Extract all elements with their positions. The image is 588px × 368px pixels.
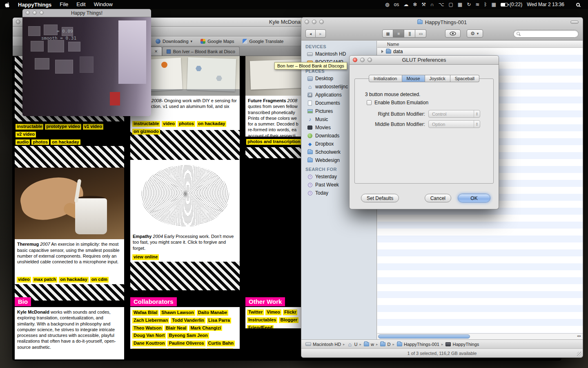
list-view-icon[interactable]: ≡ bbox=[393, 29, 404, 38]
column-header[interactable]: Name bbox=[377, 41, 583, 48]
tag-link[interactable]: v1 video bbox=[83, 124, 103, 130]
collaborator-link[interactable]: Thomas Yu bbox=[207, 348, 233, 349]
middle-modifier-select[interactable]: Option ▲▼ bbox=[428, 120, 480, 128]
collaborator-link[interactable]: Zach Lieberman bbox=[132, 318, 169, 323]
display-icon[interactable]: ▢ bbox=[448, 0, 453, 9]
glut-titlebar[interactable]: GLUT Preferences bbox=[350, 56, 499, 65]
disclosure-triangle-icon[interactable] bbox=[381, 50, 383, 53]
forward-button[interactable]: ▸ bbox=[316, 29, 326, 38]
clock-menu[interactable]: Wed Mar 2 13:36 bbox=[527, 2, 564, 7]
tag-link[interactable]: prototype video bbox=[45, 124, 81, 130]
collaborator-link[interactable]: Curtis Bahn bbox=[207, 341, 235, 346]
finder-header[interactable]: HappyThings-001 ◂ ▸ ▦≡|||▭ ⚙▼ bbox=[301, 18, 583, 40]
os-icon[interactable]: os bbox=[394, 0, 399, 9]
enable-emulation-checkbox[interactable] bbox=[367, 100, 372, 105]
path-segment-happythings-001[interactable]: HappyThings-001 bbox=[396, 342, 439, 347]
calendar-icon[interactable]: ▦ bbox=[491, 0, 496, 9]
glut-tab-spaceball[interactable]: Spaceball bbox=[450, 75, 479, 82]
toolbar-toggle-button[interactable] bbox=[570, 20, 579, 24]
path-segment-w[interactable]: w bbox=[363, 342, 374, 347]
tag-link[interactable]: view online bbox=[132, 254, 159, 260]
menu-window[interactable]: Window bbox=[90, 0, 117, 9]
icon-view-icon[interactable]: ▦ bbox=[382, 29, 393, 38]
tag-link[interactable]: on cdm bbox=[90, 277, 109, 283]
cancel-button[interactable]: Cancel bbox=[425, 194, 451, 202]
path-segment-d[interactable]: D bbox=[380, 342, 391, 347]
tab-close-icon[interactable]: × bbox=[154, 49, 158, 54]
video-titlebar[interactable]: Happy Things! bbox=[22, 9, 151, 17]
tools-icon[interactable]: ⚒ bbox=[421, 0, 426, 9]
tag-link[interactable]: max patch bbox=[33, 277, 57, 283]
file-row-data[interactable]: data bbox=[377, 48, 583, 55]
spotlight-icon[interactable] bbox=[576, 3, 580, 7]
collaborator-link[interactable]: Todd Vanderlin bbox=[171, 318, 205, 323]
battery-menu[interactable]: (0:22) bbox=[501, 2, 522, 7]
external-link[interactable]: Vimeo bbox=[265, 310, 281, 315]
collaborator-link[interactable]: Daito Manabe bbox=[197, 310, 229, 316]
minimize-button[interactable] bbox=[33, 11, 37, 15]
bookmark-google-maps[interactable]: Google Maps bbox=[200, 39, 234, 44]
tag-link[interactable]: audio bbox=[16, 139, 30, 145]
modifier-icon[interactable]: ⌥ bbox=[439, 0, 444, 9]
close-button[interactable] bbox=[353, 58, 357, 62]
tag-link[interactable]: photos bbox=[178, 121, 195, 127]
tag-link[interactable]: on hackaday bbox=[51, 139, 80, 145]
collaborator-link[interactable]: Doug Van Nort bbox=[132, 333, 166, 339]
tag-link[interactable]: photos and transcription bbox=[246, 139, 302, 145]
theremug-image[interactable] bbox=[15, 168, 124, 239]
tag-link[interactable]: v2 video bbox=[16, 132, 36, 137]
minimize-button[interactable] bbox=[360, 58, 365, 62]
path-segment-happythings[interactable]: HappyThings bbox=[445, 342, 479, 347]
collaborator-link[interactable]: Pauline Oliveros bbox=[167, 341, 205, 346]
collaborator-link[interactable]: Mark Changizi bbox=[189, 325, 222, 331]
resize-grip[interactable] bbox=[577, 352, 582, 357]
ok-button[interactable]: OK bbox=[458, 194, 490, 202]
collaborator-link[interactable]: Wafaa Bilal bbox=[132, 310, 158, 316]
path-segment-u[interactable]: U bbox=[347, 342, 358, 347]
menu-edit[interactable]: Edit bbox=[72, 0, 89, 9]
bluetooth-icon[interactable]: ᛒ bbox=[484, 0, 487, 9]
app-menu[interactable]: HappyThings bbox=[14, 2, 56, 8]
tag-link[interactable]: on hackaday bbox=[59, 277, 89, 283]
tag-link[interactable]: video bbox=[17, 277, 31, 283]
external-link[interactable]: Blogger bbox=[279, 317, 298, 323]
tag-link[interactable]: on hackaday bbox=[197, 121, 227, 127]
scrollbar-thumb[interactable] bbox=[378, 334, 470, 339]
speech-icon[interactable]: ◍ bbox=[385, 0, 389, 9]
grid-icon[interactable]: ▦ bbox=[458, 0, 462, 9]
external-link[interactable]: Flickr bbox=[283, 310, 297, 315]
right-modifier-select[interactable]: Control ▲▼ bbox=[428, 110, 480, 118]
collaborator-link[interactable]: Nick Cassimatis bbox=[168, 348, 205, 349]
collaborator-link[interactable]: Theo Watson bbox=[132, 325, 163, 331]
coverflow-view-icon[interactable]: ▭ bbox=[415, 29, 426, 38]
path-segment-macintosh-hd[interactable]: Macintosh HD bbox=[305, 342, 341, 347]
zoom-button[interactable] bbox=[319, 20, 324, 24]
headphones-icon[interactable]: ∩ bbox=[430, 0, 434, 9]
sync-icon[interactable]: ↻ bbox=[467, 0, 471, 9]
browser-tab-1[interactable]: Bon Iver – Blood Bank at Disco bbox=[162, 47, 240, 56]
bookmark-downloading[interactable]: Downloading▾ bbox=[156, 39, 192, 44]
back-button[interactable]: ◂ bbox=[305, 29, 316, 38]
zoom-button[interactable] bbox=[40, 11, 44, 15]
collaborator-link[interactable]: Lisa Parra bbox=[207, 318, 231, 323]
tag-link[interactable]: instructable bbox=[16, 124, 43, 130]
external-link[interactable]: Instructables bbox=[247, 317, 277, 323]
empathy-image[interactable] bbox=[130, 160, 240, 231]
collaborator-link[interactable]: Dane Kouttron bbox=[132, 341, 166, 346]
collaborator-link[interactable]: Shawn Lawson bbox=[160, 310, 195, 316]
horizontal-scrollbar[interactable]: ◂▸ bbox=[377, 333, 583, 339]
close-button[interactable] bbox=[16, 20, 20, 24]
menu-file[interactable]: File bbox=[56, 0, 72, 9]
tag-link[interactable]: on gizmodo bbox=[132, 129, 160, 135]
glut-tab-initialization[interactable]: Initialization bbox=[369, 75, 402, 82]
glut-tab-joystick[interactable]: Joystick bbox=[425, 75, 450, 82]
close-button[interactable] bbox=[305, 20, 309, 24]
collaborator-link[interactable]: Jeff Feddersen bbox=[132, 348, 167, 349]
zoom-button[interactable] bbox=[368, 58, 372, 62]
wifi-icon[interactable]: ≋ bbox=[475, 0, 479, 9]
external-link[interactable]: Twitter bbox=[247, 310, 264, 315]
spaces-icon[interactable]: ✻ bbox=[413, 0, 417, 9]
cloud-icon[interactable]: ☁ bbox=[403, 0, 408, 9]
tag-link[interactable]: instructable bbox=[132, 121, 160, 127]
close-button[interactable] bbox=[26, 11, 30, 15]
